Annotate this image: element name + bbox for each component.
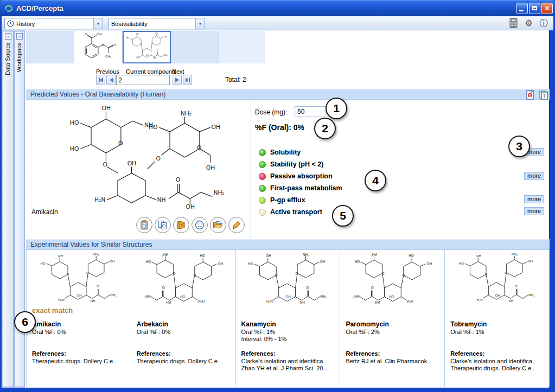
copy-report-icon[interactable]: T — [539, 90, 548, 100]
similar-structures-table: exact match Amikacin Oral %F: 0% Referen… — [26, 250, 550, 387]
paste-structure-icon — [140, 220, 149, 230]
previous-record-button[interactable] — [106, 75, 116, 85]
side-tab-strip: > Data Source > Workspace — [2, 30, 25, 388]
sidebar-tab-data-source[interactable]: > Data Source — [3, 31, 14, 387]
open-folder-icon — [213, 221, 224, 229]
status-row-passive-absorption: Passive absorption — [259, 172, 333, 181]
app-logo-icon — [4, 4, 13, 13]
compound-cell-empty[interactable] — [171, 31, 219, 63]
experimental-values-header: Experimental Values for Similar Structur… — [26, 239, 550, 250]
first-record-icon — [98, 78, 104, 82]
callout-6: 6 — [14, 311, 36, 333]
status-row-solubility: Solubility — [259, 148, 301, 157]
similar-column-paromomycin[interactable]: Paromomycin Oral %F: 2% References: Bert… — [340, 250, 445, 387]
status-label: Solubility — [270, 149, 301, 156]
svg-text:OH: OH — [127, 160, 137, 167]
molecule-thumbnail — [35, 253, 122, 307]
panel-divider — [251, 100, 251, 239]
svg-text:OH: OH — [102, 105, 111, 112]
similar-column-amikacin[interactable]: exact match Amikacin Oral %F: 0% Referen… — [27, 250, 131, 387]
reference-entry: Therapeutic drugs. Dollery C e.. — [32, 358, 116, 364]
molecule-thumbnail — [243, 253, 332, 310]
svg-text:NH: NH — [157, 196, 166, 203]
copy-structure-button[interactable] — [155, 217, 171, 233]
svg-text:T: T — [543, 93, 546, 99]
acd-percepta-window: ACD/Percepta × History ▼ Bioavailability… — [0, 0, 555, 392]
svg-text:OH: OH — [186, 203, 195, 209]
compound-cell-aspirin[interactable] — [74, 31, 123, 63]
main-toolbar: History ▼ Bioavailability ▼ ⚙ ⓘ — [2, 16, 553, 30]
next-record-icon — [175, 78, 180, 82]
previous-record-icon — [109, 78, 113, 82]
next-record-button[interactable] — [173, 75, 182, 85]
info-icon[interactable]: ⓘ — [539, 18, 549, 28]
reference-entry: Bertz RJ et al. Clin Pharmacok.. — [346, 358, 430, 364]
similar-column-kanamycin[interactable]: Kanamycin Oral %F: 1% Interval: 0% - 1% … — [236, 250, 341, 387]
dose-label: Dose (mg): — [255, 108, 287, 116]
total-count: Total: 2 — [225, 76, 246, 83]
current-compound-input[interactable] — [116, 75, 170, 85]
similar-column-arbekacin[interactable]: Arbekacin Oral %F: 0% References: Therap… — [131, 250, 236, 387]
similar-name: Paromomycin — [346, 320, 388, 328]
similar-name: Tobramycin — [450, 320, 487, 328]
settings-gear-icon[interactable]: ⚙ — [524, 18, 534, 28]
compound-cell-empty[interactable] — [219, 31, 265, 63]
molecule-thumbnail — [140, 253, 227, 310]
status-row-stability: Stability (pH < 2) — [259, 160, 323, 169]
experimental-values-header-text: Experimental Values for Similar Structur… — [30, 241, 152, 248]
svg-text:OH: OH — [206, 164, 215, 171]
predicted-values-header-text: Predicted Values - Oral Bioavailability … — [30, 91, 165, 98]
history-dropdown-arrow-icon[interactable]: ▼ — [93, 18, 103, 29]
compound-strip — [26, 31, 265, 63]
interval-value: Interval: 0% - 1% — [241, 336, 287, 342]
paste-structure-button[interactable] — [136, 217, 152, 233]
module-dropdown-arrow-icon[interactable]: ▼ — [195, 18, 205, 29]
minimize-button[interactable] — [516, 3, 528, 14]
sidebar-tab-workspace[interactable]: > Workspace — [14, 31, 25, 387]
molecule-thumbnail — [76, 32, 120, 62]
client-area: OHHO NH₂OH H₂NNH ONH₂ OOOH — [25, 30, 550, 388]
callout-4: 4 — [365, 170, 386, 191]
smiley-icon — [195, 220, 205, 230]
dose-input[interactable] — [295, 106, 326, 117]
calculator-icon[interactable] — [508, 18, 519, 28]
history-dropdown[interactable]: History ▼ — [4, 18, 103, 29]
last-record-button[interactable] — [183, 75, 192, 85]
status-dot — [259, 173, 266, 180]
more-button-passive-absorption[interactable]: more — [524, 172, 544, 180]
status-label: Active transport — [270, 208, 322, 216]
svg-text:HO: HO — [70, 145, 79, 152]
svg-text:O: O — [103, 161, 107, 168]
callout-2: 2 — [314, 118, 336, 139]
open-file-button[interactable] — [210, 217, 226, 233]
status-label: Passive absorption — [270, 172, 333, 180]
references-label: References: — [346, 350, 380, 357]
close-button[interactable]: × — [541, 3, 553, 14]
svg-text:NH₂: NH₂ — [213, 189, 224, 196]
callout-5: 5 — [332, 205, 354, 227]
module-dropdown[interactable]: Bioavailability ▼ — [109, 18, 205, 29]
references-label: References: — [241, 350, 276, 357]
svg-text:H₂N: H₂N — [94, 196, 105, 203]
export-pdf-icon[interactable] — [525, 90, 535, 100]
compound-cell-current[interactable] — [123, 31, 171, 63]
expand-arrow-icon[interactable]: > — [5, 33, 11, 40]
feedback-smiley-button[interactable] — [192, 217, 208, 233]
status-row-pgp-efflux: P-gp efflux — [259, 196, 305, 204]
svg-text:O: O — [176, 176, 180, 183]
expand-arrow-icon[interactable]: > — [16, 33, 23, 40]
dictionary-button[interactable] — [173, 217, 189, 233]
more-button-pgp-efflux[interactable]: more — [524, 195, 544, 203]
similar-column-tobramycin[interactable]: Tobramycin Oral %F: 1% References: Clark… — [445, 250, 550, 387]
first-record-button[interactable] — [96, 75, 105, 85]
references-label: References: — [137, 350, 171, 357]
reference-entry: Therapeutic drugs. Dollery C e.. — [450, 365, 534, 371]
maximize-button[interactable] — [529, 3, 540, 14]
amikacin-structure: OHHOHO NH₂OO NH₂HOOH OOHO OHH₂NNH ONH₂OH — [40, 103, 249, 209]
oral-f-value: Oral %F: 0% — [137, 329, 170, 335]
oral-f-value: Oral %F: 1% — [450, 329, 484, 335]
compound-cell-empty[interactable] — [26, 31, 74, 63]
reference-entry: Therapeutic drugs. Dollery C e.. — [137, 358, 221, 364]
edit-structure-button[interactable] — [228, 217, 245, 233]
more-button-active-transport[interactable]: more — [524, 207, 544, 215]
